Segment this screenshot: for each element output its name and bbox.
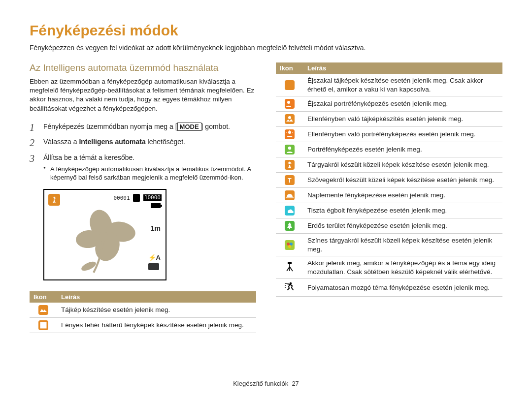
preview-top-right: 00001 10000 [114, 194, 162, 209]
table-row: Erdős terület fényképezése esetén jeleni… [276, 218, 502, 234]
left-column: Az Intelligens automata üzemmód használa… [30, 62, 256, 333]
table-row: Portréfényképezés esetén jelenik meg. [276, 142, 502, 157]
svg-point-17 [287, 243, 290, 246]
svg-point-13 [288, 147, 291, 150]
macro-text-icon: T [285, 175, 295, 185]
svg-line-23 [290, 267, 293, 271]
mode-key: MODE [177, 123, 201, 131]
step-2: 2 Válassza a Intelligens automata lehető… [30, 137, 256, 147]
table-row: Ellenfényben való portréfényképezés eset… [276, 127, 502, 142]
svg-point-19 [288, 245, 291, 248]
svg-rect-20 [288, 262, 292, 264]
row-desc: Éjszakai tájképek készítése esetén jelen… [303, 74, 502, 96]
table-row: Éjszakai portréfényképezés esetén jeleni… [276, 96, 502, 112]
steps-list: 1 Fényképezés üzemmódban nyomja meg a [M… [30, 122, 256, 182]
step-3-bullet: A fényképezőgép automatikusan kiválasztj… [43, 165, 256, 182]
step-2-text-a: Válassza a [43, 138, 79, 146]
svg-point-9 [288, 131, 291, 134]
backlight-portrait-icon [285, 129, 295, 139]
section-intro: Ebben az üzemmódban a fényképezőgép auto… [30, 77, 256, 113]
night-landscape-icon [285, 80, 295, 90]
portrait-icon [285, 145, 295, 154]
section-heading: Az Intelligens automata üzemmód használa… [30, 62, 256, 73]
svg-rect-6 [40, 322, 46, 328]
table-row: Ellenfényben való tájképkészítés esetén … [276, 112, 502, 127]
preview-iso: 1m [148, 224, 161, 232]
table-row: T Szövegekről készült közeli képek készí… [276, 173, 502, 188]
table-row: Fényes fehér hátterű fényképek készítése… [30, 317, 256, 333]
svg-point-18 [290, 243, 293, 246]
step-2-text-b: lehetőséget. [146, 138, 185, 146]
svg-text:T: T [288, 177, 292, 184]
step-3-text: Állítsa be a témát a keresőbe. [43, 154, 134, 161]
tripod-icon [285, 264, 295, 274]
footer-section: Kiegészítő funkciók [233, 380, 288, 387]
row-desc: Szövegekről készült közeli képek készíté… [303, 173, 502, 188]
row-desc: Éjszakai portréfényképezés esetén jeleni… [303, 96, 502, 112]
row-desc: Tájkép készítése esetén jelenik meg. [57, 303, 256, 318]
table-row: Naplemente fényképezése esetén jelenik m… [276, 188, 502, 203]
table-row: Tájkép készítése esetén jelenik meg. [30, 303, 256, 318]
right-icon-table: Ikon Leírás Éjszakai tájképek készítése … [276, 62, 502, 297]
table-row: Folyamatosan mozgó téma fényképezése ese… [276, 279, 502, 297]
white-bg-icon [38, 320, 48, 330]
preview-flower-graphic [74, 210, 138, 274]
preview-counter: 00001 [114, 194, 130, 201]
page-footer: Kiegészítő funkciók 27 [0, 380, 532, 387]
step-1-text-b: gombot. [203, 123, 230, 130]
table-row: Színes tárgyakról készült közeli képek k… [276, 234, 502, 256]
lead-text: Fényképezzen és vegyen fel videókat az a… [30, 44, 502, 52]
table-row: Tárgyakról készült közeli képek készítés… [276, 157, 502, 173]
macro-mode-icon [48, 194, 60, 206]
table-row: Akkor jelenik meg, amikor a fényképezőgé… [276, 256, 502, 279]
svg-line-22 [287, 267, 290, 271]
left-icon-table: Ikon Leírás Tájkép készítése esetén jele… [30, 291, 256, 333]
page-title: Fényképezési módok [30, 22, 502, 39]
step-1-text-a: Fényképezés üzemmódban nyomja meg a [43, 123, 175, 130]
backlight-landscape-icon [285, 114, 295, 124]
preview-right-icons: 1m ⚡A [148, 224, 161, 270]
svg-point-7 [287, 101, 290, 104]
sunset-icon [285, 190, 295, 200]
row-desc: Portréfényképezés esetén jelenik meg. [303, 142, 502, 157]
clear-sky-icon [285, 206, 295, 216]
table-row: Tiszta égbolt fényképezése esetén jeleni… [276, 203, 502, 218]
sd-card-icon [133, 194, 140, 202]
step-1: 1 Fényképezés üzemmódban nyomja meg a [M… [30, 122, 256, 132]
forest-icon [285, 221, 295, 231]
table-row: Éjszakai tájképek készítése esetén jelen… [276, 74, 502, 96]
row-desc: Fényes fehér hátterű fényképek készítése… [57, 317, 256, 333]
svg-rect-16 [289, 228, 290, 229]
right-column: Ikon Leírás Éjszakai tájképek készítése … [276, 62, 502, 333]
row-desc: Színes tárgyakról készült közeli képek k… [303, 234, 502, 256]
preview-bottom-icon [148, 263, 159, 270]
camera-preview: 00001 10000 1m ⚡A [43, 189, 166, 280]
step-2-bold: Intelligens automata [79, 138, 145, 146]
preview-size-badge: 10000 [143, 194, 162, 201]
th-icon: Ikon [30, 291, 57, 303]
th-desc: Leírás [303, 62, 502, 74]
row-desc: Folyamatosan mozgó téma fényképezése ese… [303, 279, 502, 297]
row-desc: Ellenfényben való tájképkészítés esetén … [303, 112, 502, 127]
svg-point-8 [288, 116, 291, 119]
action-icon [284, 283, 295, 293]
battery-icon [151, 203, 161, 208]
th-icon: Ikon [276, 62, 303, 74]
row-desc: Tárgyakról készült közeli képek készítés… [303, 157, 502, 173]
th-desc: Leírás [57, 291, 256, 303]
footer-page-number: 27 [292, 380, 299, 387]
row-desc: Tiszta égbolt fényképezése esetén jeleni… [303, 203, 502, 218]
row-desc: Naplemente fényképezése esetén jelenik m… [303, 188, 502, 203]
night-portrait-icon [285, 99, 295, 109]
landscape-icon [38, 305, 48, 315]
preview-flash: ⚡A [148, 254, 161, 261]
row-desc: Erdős terület fényképezése esetén jeleni… [303, 218, 502, 234]
row-desc: Akkor jelenik meg, amikor a fényképezőgé… [303, 256, 502, 279]
row-desc: Ellenfényben való portréfényképezés eset… [303, 127, 502, 142]
step-3: 3 Állítsa be a témát a keresőbe. A fényk… [30, 153, 256, 182]
macro-object-icon [285, 160, 295, 170]
macro-color-icon [285, 240, 295, 250]
